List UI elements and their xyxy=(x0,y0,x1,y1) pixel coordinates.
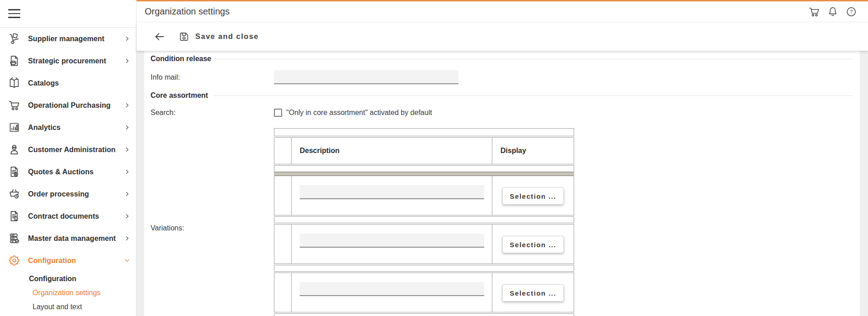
table-header-display: Display xyxy=(492,138,574,164)
row-display-cell: Selection ... xyxy=(492,176,574,215)
row-display-cell: Selection ... xyxy=(492,273,574,312)
svg-text:$: $ xyxy=(15,217,17,220)
sidebar-item-catalogs[interactable]: Catalogs xyxy=(0,72,136,94)
sidebar-subitem-label: Layout and text xyxy=(33,303,82,311)
chevron-right-icon xyxy=(124,191,131,197)
chevron-down-icon xyxy=(124,257,131,264)
table-row: Selection ... xyxy=(274,224,574,264)
sidebar-item-master-data-management[interactable]: Master data management xyxy=(0,227,136,249)
row-select-cell[interactable] xyxy=(274,273,292,312)
row-display-cell: Selection ... xyxy=(492,225,574,263)
section-title: Condition release xyxy=(151,55,211,62)
sidebar-item-operational-purchasing[interactable]: Operational Purchasing xyxy=(0,94,136,116)
section-rule xyxy=(213,96,853,96)
svg-text:?: ? xyxy=(850,9,853,14)
save-and-close-button[interactable]: Save and close xyxy=(178,31,259,43)
sidebar-subitem-layout-and-text[interactable]: Layout and text xyxy=(0,300,136,314)
description-input[interactable] xyxy=(300,282,484,296)
variations-table: Description Display xyxy=(274,128,574,316)
page-title: Organization settings xyxy=(145,6,230,17)
sidebar-item-label: Customer Administration xyxy=(28,146,124,154)
person-icon xyxy=(8,144,20,156)
help-icon[interactable]: ? xyxy=(845,6,857,18)
sidebar-item-supplier-management[interactable]: Supplier management xyxy=(0,28,136,50)
basket-clock-icon xyxy=(8,188,20,201)
table-filter-strip xyxy=(274,165,574,172)
toolbar: Save and close xyxy=(137,22,868,51)
chevron-right-icon xyxy=(124,146,131,153)
chevron-right-icon xyxy=(124,235,131,242)
table-header-row: Description Display xyxy=(274,137,574,164)
sidebar-item-analytics[interactable]: Analytics xyxy=(0,116,136,139)
sidebar-item-label: Catalogs xyxy=(28,79,131,87)
search-row: Search: "Only in core assortment" activa… xyxy=(151,109,860,117)
variations-row: Variations: Description Display xyxy=(151,128,860,316)
header-icons: ? xyxy=(808,6,857,18)
table-row-gap xyxy=(274,313,574,316)
app-root: Supplier management Strategic procuremen… xyxy=(0,0,868,316)
sidebar-item-label: Contract documents xyxy=(28,212,124,220)
sidebar-subitem-configuration[interactable]: Configuration xyxy=(0,272,136,286)
handtruck-icon xyxy=(8,33,20,45)
description-input[interactable] xyxy=(300,234,484,248)
table-splitter-bar[interactable] xyxy=(274,172,574,176)
section-title: Core assortment xyxy=(151,92,208,99)
sidebar-item-label: Analytics xyxy=(28,124,124,132)
sidebar-item-label: Master data management xyxy=(28,235,124,243)
info-mail-input[interactable] xyxy=(274,70,458,84)
table-top-strip xyxy=(274,128,574,136)
open-book-icon xyxy=(8,77,20,90)
section-condition-release: Condition release xyxy=(151,55,860,62)
core-assortment-checkbox-label: "Only in core assortment" activated by d… xyxy=(286,109,432,117)
bar-chart-icon xyxy=(8,121,20,134)
row-select-cell[interactable] xyxy=(274,176,292,215)
document-dollar-icon: $ xyxy=(8,210,20,223)
sidebar-subitem-label: Organization settings xyxy=(33,289,100,297)
search-label: Search: xyxy=(151,109,274,117)
sidebar-subitem-organization-settings[interactable]: Organization settings xyxy=(0,286,136,300)
sidebar-item-strategic-procurement[interactable]: Strategic procurement xyxy=(0,50,136,72)
description-input[interactable] xyxy=(300,185,484,199)
sidebar-item-order-processing[interactable]: Order processing xyxy=(0,183,136,205)
sidebar-item-configuration[interactable]: Configuration xyxy=(0,249,136,272)
variations-label: Variations: xyxy=(151,224,274,232)
sidebar: Supplier management Strategic procuremen… xyxy=(0,0,137,316)
table-row-gap xyxy=(274,216,574,223)
sidebar-item-quotes-auctions[interactable]: Quotes & Auctions xyxy=(0,161,136,183)
sidebar-item-label: Order processing xyxy=(28,190,124,198)
row-description-cell xyxy=(292,225,492,263)
row-select-cell[interactable] xyxy=(274,225,292,263)
info-mail-row: Info mail: xyxy=(151,70,860,84)
sidebar-menu-header xyxy=(0,0,136,28)
sidebar-item-customer-administration[interactable]: Customer Administration xyxy=(0,139,136,161)
sidebar-item-label: Operational Purchasing xyxy=(28,101,124,110)
table-header-select-column xyxy=(274,138,292,164)
database-check-icon xyxy=(8,232,20,245)
chevron-right-icon xyxy=(124,102,131,109)
chevron-right-icon xyxy=(124,35,131,42)
chevron-right-icon xyxy=(124,213,131,220)
page-header: Organization settings ? xyxy=(137,1,868,22)
table-row: Selection ... xyxy=(274,273,574,312)
row-description-cell xyxy=(292,273,492,312)
core-assortment-checkbox[interactable] xyxy=(274,109,282,117)
main-area: Organization settings ? xyxy=(137,0,868,316)
selection-button[interactable]: Selection ... xyxy=(502,187,564,205)
selection-button[interactable]: Selection ... xyxy=(502,284,564,302)
chevron-right-icon xyxy=(124,124,131,131)
shopping-cart-icon xyxy=(8,99,20,112)
section-core-assortment: Core assortment xyxy=(151,92,860,99)
bell-icon[interactable] xyxy=(827,6,839,18)
chevron-right-icon xyxy=(124,168,131,175)
content-area: Condition release Info mail: Core assort… xyxy=(137,51,868,316)
cart-icon[interactable] xyxy=(808,6,820,18)
section-rule xyxy=(217,59,853,59)
sidebar-item-contract-documents[interactable]: $ Contract documents xyxy=(0,205,136,227)
chevron-right-icon xyxy=(124,57,131,64)
save-and-close-label: Save and close xyxy=(195,32,259,41)
form-panel: Condition release Info mail: Core assort… xyxy=(144,51,860,316)
hamburger-icon[interactable] xyxy=(8,9,20,18)
selection-button[interactable]: Selection ... xyxy=(502,236,564,253)
back-arrow-icon[interactable] xyxy=(154,31,165,43)
document-percent-icon xyxy=(8,166,20,178)
